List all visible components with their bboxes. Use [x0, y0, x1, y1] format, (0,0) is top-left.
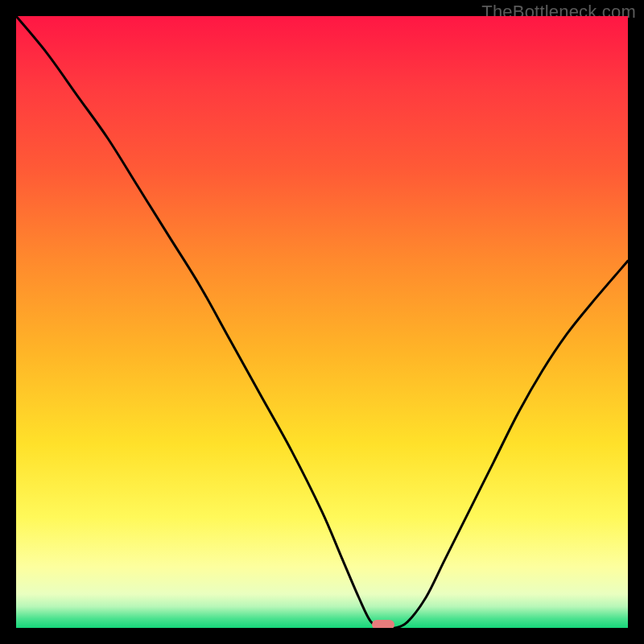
optimum-marker [372, 620, 394, 628]
plot-area [16, 16, 628, 628]
gradient-background [16, 16, 628, 628]
chart-frame: TheBottleneck.com [0, 0, 644, 644]
chart-svg [16, 16, 628, 628]
